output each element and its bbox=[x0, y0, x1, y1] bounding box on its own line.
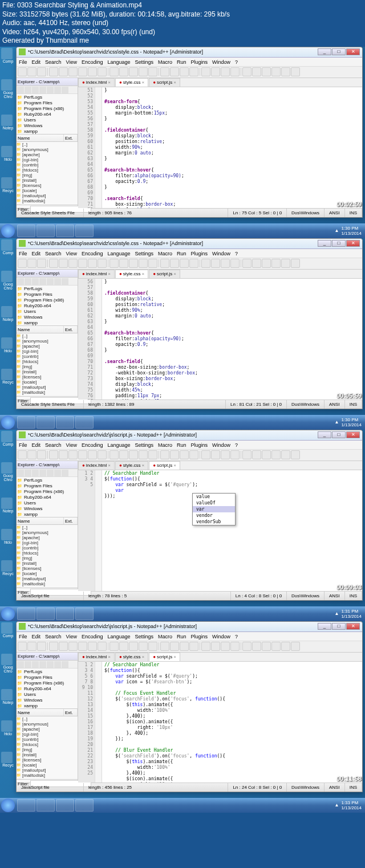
toolbar-button[interactable] bbox=[291, 450, 300, 459]
toolbar-button[interactable] bbox=[98, 642, 107, 651]
titlebar[interactable]: *C:\Users\Brad\Desktop\searchvidz\js\scr… bbox=[17, 430, 362, 441]
toolbar-button[interactable] bbox=[119, 642, 128, 651]
toolbar-button[interactable] bbox=[88, 259, 97, 268]
column-header[interactable]: Ext. bbox=[64, 709, 78, 716]
editor-tab[interactable]: ●index.html× bbox=[78, 270, 115, 278]
autocomplete-item[interactable]: var bbox=[193, 506, 235, 512]
toolbar-button[interactable] bbox=[230, 642, 240, 651]
menu-item[interactable]: Window bbox=[212, 249, 230, 258]
explorer-toolbar-button[interactable] bbox=[39, 278, 46, 285]
toolbar-button[interactable] bbox=[189, 450, 198, 459]
editor-tab[interactable]: ●script.js× bbox=[149, 270, 180, 278]
toolbar-button[interactable] bbox=[129, 259, 138, 268]
menu-item[interactable]: ? bbox=[235, 441, 238, 449]
list-item[interactable]: [..] bbox=[17, 142, 78, 147]
toolbar-button[interactable] bbox=[37, 450, 46, 459]
list-item[interactable]: [licenses] bbox=[17, 183, 78, 188]
menu-item[interactable]: Edit bbox=[32, 441, 41, 449]
maximize-button[interactable]: □ bbox=[332, 431, 346, 438]
menu-item[interactable]: Encoding bbox=[82, 58, 103, 66]
toolbar-button[interactable] bbox=[148, 642, 157, 651]
toolbar-button[interactable] bbox=[68, 642, 78, 651]
toolbar-button[interactable] bbox=[201, 67, 210, 76]
close-icon[interactable]: × bbox=[142, 653, 145, 661]
toolbar-button[interactable] bbox=[119, 259, 128, 268]
tree-item[interactable]: Program Files bbox=[17, 100, 77, 106]
menu-item[interactable]: Macro bbox=[158, 441, 172, 449]
tree-item[interactable]: Ruby200-x64 bbox=[17, 303, 77, 309]
desktop-icon[interactable] bbox=[1, 306, 13, 317]
menu-item[interactable]: File bbox=[19, 632, 27, 641]
toolbar-button[interactable] bbox=[291, 67, 300, 76]
toolbar-button[interactable] bbox=[189, 259, 198, 268]
taskbar-app[interactable] bbox=[17, 608, 35, 620]
toolbar-button[interactable] bbox=[281, 450, 290, 459]
menu-item[interactable]: Settings bbox=[135, 58, 154, 66]
taskbar[interactable]: ▲ 1:33 PM1/13/2014 bbox=[0, 798, 365, 813]
tree-item[interactable]: PerfLogs bbox=[17, 669, 77, 675]
menu-item[interactable]: File bbox=[19, 441, 27, 449]
fold-gutter[interactable] bbox=[95, 662, 102, 783]
explorer-toolbar-button[interactable] bbox=[54, 278, 61, 285]
editor-tab[interactable]: ●index.html× bbox=[78, 78, 115, 87]
toolbar-button[interactable] bbox=[110, 259, 119, 268]
list-item[interactable]: [mysql] bbox=[17, 395, 78, 396]
toolbar-button[interactable] bbox=[18, 642, 27, 651]
editor-tab[interactable]: ●style.css× bbox=[115, 270, 148, 278]
list-item[interactable]: [licenses] bbox=[17, 757, 78, 763]
toolbar-button[interactable] bbox=[148, 67, 157, 76]
taskbar-app[interactable] bbox=[56, 416, 74, 429]
list-item[interactable]: [cgi-bin] bbox=[17, 349, 78, 354]
start-button[interactable] bbox=[1, 415, 15, 429]
editor-tab[interactable]: ●script.js× bbox=[149, 461, 180, 470]
menu-item[interactable]: Encoding bbox=[82, 441, 103, 449]
menu-item[interactable]: Plugins bbox=[191, 58, 208, 66]
minimize-button[interactable]: _ bbox=[318, 623, 331, 630]
explorer-toolbar-button[interactable] bbox=[54, 470, 61, 476]
taskbar-app[interactable] bbox=[56, 608, 74, 620]
toolbar-button[interactable] bbox=[230, 67, 240, 76]
menu-item[interactable]: Edit bbox=[32, 249, 41, 258]
toolbar-button[interactable] bbox=[170, 642, 179, 651]
toolbar-button[interactable] bbox=[291, 642, 300, 651]
menu-item[interactable]: ? bbox=[235, 58, 238, 66]
tree-item[interactable]: Windows bbox=[17, 123, 77, 129]
close-icon[interactable]: × bbox=[108, 461, 111, 470]
taskbar[interactable]: ▲ 1:31 PM1/13/2014 bbox=[0, 606, 365, 621]
menu-item[interactable]: Encoding bbox=[82, 249, 103, 258]
toolbar-button[interactable] bbox=[252, 259, 261, 268]
desktop-icon[interactable] bbox=[1, 79, 13, 91]
list-item[interactable]: [install] bbox=[17, 369, 78, 374]
autocomplete-item[interactable]: vendor bbox=[193, 512, 235, 519]
taskbar-app[interactable] bbox=[75, 225, 94, 237]
toolbar-button[interactable] bbox=[189, 642, 198, 651]
toolbar-button[interactable] bbox=[18, 259, 27, 268]
toolbar-button[interactable] bbox=[98, 450, 107, 459]
toolbar-button[interactable] bbox=[252, 642, 261, 651]
menu-item[interactable]: Edit bbox=[32, 632, 41, 641]
toolbar-button[interactable] bbox=[201, 259, 210, 268]
menu-item[interactable]: Search bbox=[45, 441, 62, 449]
toolbar-button[interactable] bbox=[160, 450, 169, 459]
explorer-toolbar-button[interactable] bbox=[47, 470, 54, 476]
tray-icon[interactable]: ▲ bbox=[334, 228, 339, 233]
menu-item[interactable]: Window bbox=[212, 58, 230, 66]
toolbar-button[interactable] bbox=[59, 259, 68, 268]
menu-item[interactable]: Settings bbox=[135, 249, 154, 258]
close-icon[interactable]: × bbox=[173, 461, 176, 470]
list-item[interactable]: [mailoutput] bbox=[17, 768, 78, 773]
toolbar-button[interactable] bbox=[27, 259, 36, 268]
explorer-toolbar-button[interactable] bbox=[62, 661, 68, 668]
autocomplete-item[interactable]: value bbox=[193, 494, 235, 500]
tray-icon[interactable]: ▲ bbox=[334, 419, 339, 425]
toolbar-button[interactable] bbox=[49, 67, 58, 76]
list-item[interactable]: [mailtodisk] bbox=[17, 390, 78, 395]
list-item[interactable]: [locale] bbox=[17, 571, 78, 576]
list-item[interactable]: [cgi-bin] bbox=[17, 157, 78, 162]
desktop-icon[interactable] bbox=[1, 115, 13, 126]
maximize-button[interactable]: □ bbox=[332, 240, 346, 247]
close-button[interactable]: ✕ bbox=[346, 623, 360, 630]
toolbar-button[interactable] bbox=[221, 450, 230, 459]
editor-tab[interactable]: ●style.css× bbox=[115, 78, 148, 87]
toolbar-button[interactable] bbox=[262, 259, 271, 268]
